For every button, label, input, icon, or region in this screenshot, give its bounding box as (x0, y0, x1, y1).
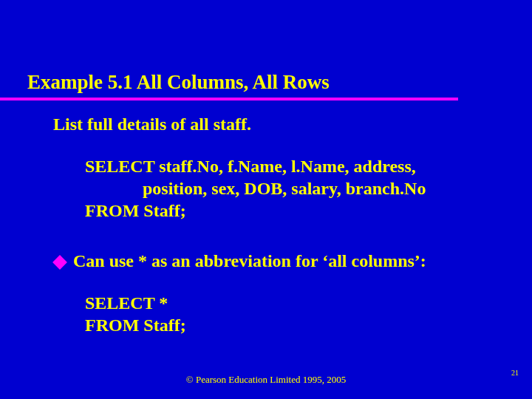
query1-line1: SELECT staff.No, f.Name, l.Name, address… (85, 155, 426, 177)
query1-line3: FROM Staff; (85, 200, 426, 222)
query2-line1: SELECT * (85, 292, 186, 314)
slide: Example 5.1 All Columns, All Rows List f… (0, 0, 532, 399)
sql-query-2: SELECT * FROM Staff; (85, 292, 186, 336)
sql-query-1: SELECT staff.No, f.Name, l.Name, address… (85, 155, 426, 222)
title-underline (0, 98, 458, 100)
page-number: 21 (511, 369, 519, 377)
diamond-bullet-icon (52, 255, 67, 270)
bullet-item: Can use * as an abbreviation for ‘all co… (55, 251, 426, 271)
slide-subtitle: List full details of all staff. (53, 115, 251, 134)
slide-title: Example 5.1 All Columns, All Rows (27, 71, 330, 94)
bullet-text: Can use * as an abbreviation for ‘all co… (73, 251, 426, 271)
query2-line2: FROM Staff; (85, 314, 186, 336)
footer-copyright: © Pearson Education Limited 1995, 2005 (0, 374, 532, 386)
query1-line2: position, sex, DOB, salary, branch.No (85, 177, 426, 200)
